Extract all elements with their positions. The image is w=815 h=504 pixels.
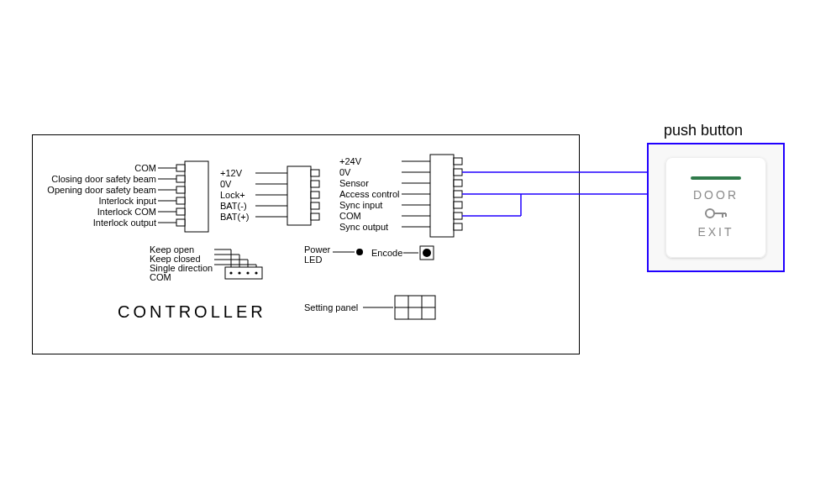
b2-label-4: BAT(+) [220,212,249,222]
push-button-caption: push button [664,122,743,139]
b2-label-0: +12V [220,168,242,178]
b1-label-2: Opening door safety beam [40,185,156,195]
b3-label-5: COM [339,211,361,221]
b2-label-2: Lock+ [220,190,245,200]
b1-label-1: Closing door safety beam [40,174,156,184]
b1-label-3: Interlock input [40,196,156,206]
b1-label-5: Interlock output [40,218,156,228]
b4-label-3: COM [150,272,171,282]
b1-label-0: COM [40,163,156,173]
svg-point-0 [706,209,714,218]
b3-label-0: +24V [339,156,361,166]
b2-label-1: 0V [220,179,231,189]
power-label: Power [304,244,330,255]
b3-label-2: Sensor [339,178,369,188]
b1-label-4: Interlock COM [40,207,156,217]
key-icon [704,207,728,220]
push-button-led [691,176,741,180]
b3-label-3: Access control [339,189,400,199]
b3-label-4: Sync input [339,200,382,210]
encode-label: Encode [371,248,402,258]
led-label: LED [304,255,322,265]
controller-title: CONTROLLER [118,302,266,322]
b3-label-6: Sync output [339,222,388,232]
push-button-device: DOOR EXIT [647,143,785,272]
push-button-text-exit: EXIT [697,225,734,239]
push-button-text-door: DOOR [693,188,739,202]
push-button-face[interactable]: DOOR EXIT [665,157,766,258]
b3-label-1: 0V [339,167,350,177]
setting-panel-label: Setting panel [304,302,358,312]
b2-label-3: BAT(-) [220,201,247,211]
